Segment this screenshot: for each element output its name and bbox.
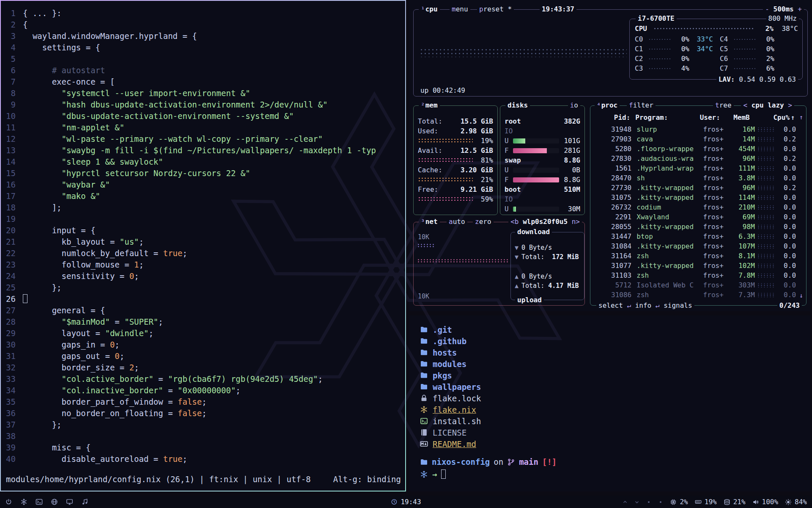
editor-line[interactable]: 40 disable_autoreload = true; <box>1 453 405 465</box>
process-row[interactable]: 31084.kitty-wrappedfros+107M0.0 <box>595 241 803 251</box>
menu-button[interactable]: menu <box>450 5 470 14</box>
chevron-down-icon[interactable] <box>634 500 639 505</box>
editor-line[interactable]: 18 ]; <box>1 202 405 213</box>
process-row[interactable]: 26732codiumfros+210M0.0 <box>595 202 803 212</box>
proc-footer[interactable]: select ↵ info ↵ signals <box>596 301 694 309</box>
editor-line[interactable]: 39 misc = { <box>1 442 405 453</box>
process-row[interactable]: 28470shfros+3.8M0.0 <box>595 173 803 183</box>
editor-line[interactable]: 30 gaps_in = 0; <box>1 339 405 351</box>
process-row[interactable]: 5712Isolated Web Cfros+303M0.0 <box>595 280 803 290</box>
net-auto-button[interactable]: auto <box>447 218 467 226</box>
memory-module[interactable]: 19% <box>695 498 717 506</box>
tray-app-icon[interactable] <box>658 500 663 505</box>
cpu-module[interactable]: 2% <box>670 498 688 506</box>
editor-line[interactable]: 24 sensitivity = 0; <box>1 271 405 282</box>
editor-line[interactable]: 16 "waybar &" <box>1 179 405 190</box>
terminal-workspace-icon[interactable] <box>36 498 43 505</box>
editor-line[interactable]: 1{ ... }: <box>1 8 405 19</box>
editor-line[interactable]: 21 kb_layout = "us"; <box>1 236 405 248</box>
mem-panel[interactable]: ²mem Total:15.5 GiBUsed:2.98 GiB19%Avail… <box>413 105 498 215</box>
editor-line[interactable]: 15 "hyprctl setcursor Nordzy-cursors 22 … <box>1 168 405 179</box>
editor-line[interactable]: 29 layout = "dwindle"; <box>1 328 405 339</box>
volume-module[interactable]: 100% <box>752 498 779 506</box>
editor-line[interactable]: 23 follow_mouse = 1; <box>1 259 405 271</box>
process-row[interactable]: 31075.kitty-wrappedfros+114M0.0 <box>595 193 803 202</box>
editor-line[interactable]: 37 }; <box>1 419 405 431</box>
disk-module[interactable]: 21% <box>724 498 746 506</box>
editor-line[interactable]: 36 no_border_on_floating = false; <box>1 408 405 419</box>
music-workspace-icon[interactable] <box>81 498 88 505</box>
editor-line[interactable]: 9 "hash dbus-update-activation-environme… <box>1 99 405 110</box>
process-row[interactable]: 27903cavafros+14M0.2 <box>595 134 803 144</box>
line-text <box>23 293 27 305</box>
mem-panel-title[interactable]: ²mem <box>419 101 440 110</box>
sort-selector[interactable]: < cpu lazy > <box>741 101 794 110</box>
shell-input-line[interactable]: → <box>420 469 810 479</box>
io-mode-button[interactable]: io <box>568 101 580 110</box>
editor-line[interactable]: 17 "mako &" <box>1 190 405 202</box>
cpu-panel-title[interactable]: ¹cpu <box>419 5 440 14</box>
editor-line[interactable]: 13 "swaybg -m fill -i $(find ~/Pictures/… <box>1 145 405 156</box>
disks-panel-title[interactable]: disks <box>505 101 530 110</box>
net-panel[interactable]: ³net auto zero <b wlp0s20f0u5 n> 10K 10K… <box>413 222 585 306</box>
editor-line[interactable]: 27 general = { <box>1 305 405 316</box>
net-panel-title[interactable]: ³net <box>419 218 440 226</box>
proc-header[interactable]: Pid: Program: User: MemB Cpu% ↑ <box>595 113 803 122</box>
process-row[interactable]: 31086zshfros+7.3M0.0 <box>595 290 803 300</box>
tray-app-icon[interactable] <box>646 500 651 505</box>
cpu-panel[interactable]: ¹cpu menu preset * 19:43:37 - 500ms + up… <box>413 9 808 97</box>
editor-line[interactable]: 32 border_size = 2; <box>1 362 405 373</box>
editor-line[interactable]: 2{ <box>1 19 405 30</box>
editor-line[interactable]: 11 "nm-applet &" <box>1 122 405 133</box>
editor-line[interactable]: 31 gaps_out = 0; <box>1 351 405 362</box>
process-row[interactable]: 28055.kitty-wrappedfros+98M0.0 <box>595 222 803 232</box>
editor-line[interactable]: 34 "col.inactive_border" = "0x00000000"; <box>1 385 405 396</box>
editor-line[interactable]: 33 "col.active_border" = "rgb(cba6f7) rg… <box>1 373 405 385</box>
process-row[interactable]: 2291Xwaylandfros+69M0.0 <box>595 212 803 222</box>
net-device-selector[interactable]: <b wlp0s20f0u5 n> <box>508 218 582 226</box>
editor-line[interactable]: 25 }; <box>1 282 405 293</box>
editor-line[interactable]: 14 "sleep 1 && swaylock" <box>1 156 405 168</box>
editor-line[interactable]: 35 border_part_of_window = false; <box>1 396 405 408</box>
editor-line[interactable]: 10 "dbus-update-activation-environment -… <box>1 110 405 122</box>
editor-line[interactable]: 7 exec-once = [ <box>1 76 405 88</box>
scroll-up-icon[interactable]: ↑ <box>799 113 803 121</box>
disks-panel[interactable]: disks io root382GIOU101GF281Gswap8.8GU0B… <box>500 105 585 215</box>
clock-module[interactable]: 19:43 <box>391 498 421 506</box>
scroll-down-icon[interactable]: ↓ <box>799 292 803 299</box>
process-row[interactable]: 31103zshfros+7.8M0.0 <box>595 271 803 280</box>
brightness-module[interactable]: 84% <box>785 498 807 506</box>
update-interval-control[interactable]: - 500ms + <box>763 5 804 14</box>
editor-line[interactable]: 6 # autostart <box>1 65 405 76</box>
editor-line[interactable]: 5 <box>1 53 405 65</box>
process-row[interactable]: 5280.floorp-wrappefros+454M0.0 <box>595 144 803 154</box>
process-row[interactable]: 31948slurpfros+16M0.0 <box>595 124 803 134</box>
process-row[interactable]: 27830.audacious-wrafros+96M0.2 <box>595 154 803 163</box>
editor-line[interactable]: 8 "systemctl --user import-environment &… <box>1 88 405 99</box>
editor-line[interactable]: 20 input = { <box>1 225 405 236</box>
editor-line[interactable]: 22 numlock_by_default = true; <box>1 248 405 259</box>
editor-line[interactable]: 28 "$mainMod" = "SUPER"; <box>1 316 405 328</box>
net-zero-button[interactable]: zero <box>473 218 494 226</box>
process-row[interactable]: 1561.Hyprland-wrapfros+111M0.0 <box>595 163 803 173</box>
process-row[interactable]: 27730.kitty-wrappedfros+96M0.2 <box>595 183 803 193</box>
preset-button[interactable]: preset * <box>477 5 514 14</box>
editor-line[interactable]: 3 wayland.windowManager.hyprland = { <box>1 30 405 42</box>
editor-line[interactable]: 38 <box>1 431 405 442</box>
process-row[interactable]: 31447btopfros+6.3M0.0 <box>595 232 803 241</box>
browser-workspace-icon[interactable] <box>51 498 58 505</box>
editor-line[interactable]: 12 "wl-paste --primary --watch wl-copy -… <box>1 133 405 145</box>
editor-line[interactable]: 4 settings = { <box>1 42 405 53</box>
nix-launcher-icon[interactable] <box>20 498 27 505</box>
editor-line[interactable]: 19 <box>1 213 405 225</box>
filter-button[interactable]: filter <box>627 101 656 110</box>
tree-button[interactable]: tree <box>713 101 734 110</box>
process-row[interactable]: 31164zshfros+8.1M0.0 <box>595 251 803 261</box>
proc-panel[interactable]: ⁴proc filter tree < cpu lazy > Pid: Prog… <box>590 105 807 306</box>
editor-line[interactable]: 26 <box>1 293 405 305</box>
proc-panel-title[interactable]: ⁴proc <box>595 101 620 110</box>
process-row[interactable]: 31077.kitty-wrappedfros+102M0.0 <box>595 261 803 271</box>
chevron-up-icon[interactable] <box>623 500 628 505</box>
display-workspace-icon[interactable] <box>66 498 73 505</box>
power-icon[interactable] <box>5 498 12 505</box>
